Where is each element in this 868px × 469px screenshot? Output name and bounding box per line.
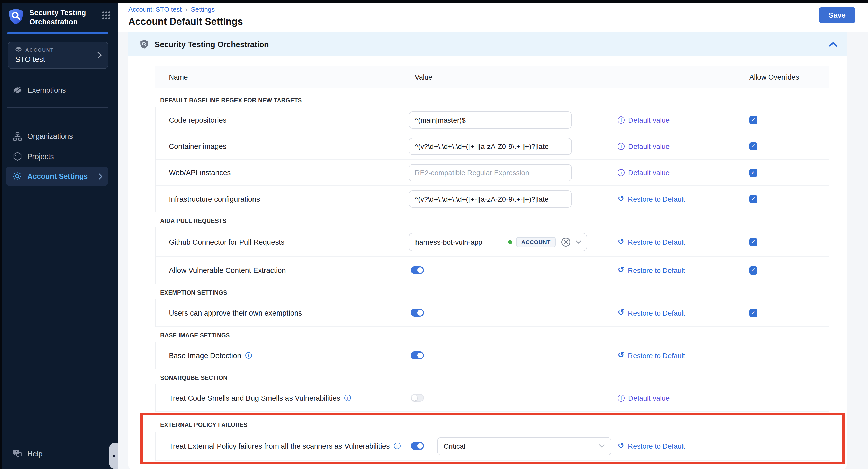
section-header-sto[interactable]: Security Testing Orchestration	[128, 32, 847, 56]
action-label: Restore to Default	[628, 351, 685, 359]
allow-overrides-checkbox[interactable]: ✓	[749, 266, 757, 274]
regex-input-code-repositories[interactable]	[409, 111, 572, 128]
setting-row-treat-external-policy-failures: Treat External Policy failures from all …	[156, 432, 830, 461]
restore-to-default-link[interactable]: ↺ Restore to Default	[618, 195, 749, 203]
sidebar: Security Testing Orchestration	[0, 0, 118, 469]
sidebar-item-exemptions[interactable]: Exemptions	[0, 80, 118, 101]
sidebar-item-label: Projects	[27, 153, 54, 161]
sidebar-item-account-settings[interactable]: Account Settings	[6, 167, 108, 186]
account-name: STO test	[15, 55, 102, 64]
toggle-treat-external-policy[interactable]	[411, 442, 424, 450]
setting-row-code-repositories: Code repositories i Default value ✓	[156, 107, 830, 133]
toggle-base-image-detection[interactable]	[411, 351, 424, 359]
chevron-right-icon	[97, 52, 102, 59]
group-label: EXTERNAL POLICY FAILURES	[155, 416, 830, 432]
sidebar-item-label: Organizations	[27, 132, 73, 140]
restore-to-default-link[interactable]: ↺ Restore to Default	[618, 309, 749, 317]
allow-overrides-checkbox[interactable]: ✓	[749, 195, 757, 203]
brand-title: Security Testing Orchestration	[29, 8, 89, 27]
severity-select[interactable]: Critical	[437, 437, 612, 455]
action-label: Restore to Default	[628, 195, 685, 203]
toggle-allow-vulnerable-content[interactable]	[411, 266, 424, 274]
info-icon[interactable]: i	[245, 352, 252, 359]
action-label: Default value	[628, 116, 670, 124]
default-value-link[interactable]: i Default value	[618, 394, 749, 402]
allow-overrides-checkbox[interactable]: ✓	[749, 168, 757, 176]
layers-icon	[15, 47, 22, 53]
restore-icon: ↺	[618, 266, 624, 274]
allow-overrides-checkbox[interactable]: ✓	[749, 142, 757, 150]
brand-underline	[7, 33, 108, 34]
action-label: Restore to Default	[628, 266, 685, 274]
toggle-users-approve-exemptions[interactable]	[411, 309, 424, 316]
help-button[interactable]: ? Help	[0, 442, 118, 469]
sidebar-collapse-handle[interactable]: ◀	[109, 443, 118, 469]
window-top-edge	[0, 0, 868, 3]
brand: Security Testing Orchestration	[0, 0, 118, 32]
default-value-link[interactable]: i Default value	[618, 142, 749, 150]
info-icon[interactable]: i	[394, 443, 400, 449]
chevron-right-icon	[98, 173, 102, 180]
sidebar-item-projects[interactable]: Projects	[0, 147, 118, 167]
sidebar-item-organizations[interactable]: Organizations	[0, 126, 118, 147]
breadcrumb: Account: STO test › Settings	[128, 6, 243, 13]
section-title: Security Testing Orchestration	[155, 40, 269, 49]
restore-to-default-link[interactable]: ↺ Restore to Default	[618, 238, 749, 246]
setting-name: Users can approve their own exemptions	[169, 309, 302, 317]
info-icon: i	[618, 394, 625, 401]
save-button[interactable]: Save	[819, 7, 855, 23]
action-label: Default value	[628, 168, 670, 176]
info-icon[interactable]: i	[344, 395, 351, 401]
account-scope-card[interactable]: ACCOUNT STO test	[8, 42, 108, 69]
regex-input-infrastructure[interactable]	[409, 190, 572, 207]
action-label: Default value	[628, 394, 670, 402]
breadcrumb-settings-link[interactable]: Settings	[191, 6, 215, 13]
github-connector-select[interactable]: harness-bot-vuln-app ACCOUNT	[409, 233, 587, 251]
setting-name: Code repositories	[169, 116, 226, 124]
setting-row-web-api-instances: Web/API instances i Default value ✓	[156, 160, 830, 186]
column-header-value: Value	[409, 73, 618, 81]
shield-section-icon	[140, 39, 149, 49]
group-label: BASE IMAGE SETTINGS	[155, 327, 830, 342]
restore-to-default-link[interactable]: ↺ Restore to Default	[618, 442, 749, 450]
gear-icon	[12, 172, 23, 181]
breadcrumb-account-link[interactable]: Account: STO test	[128, 6, 182, 13]
default-value-link[interactable]: i Default value	[618, 116, 749, 124]
collapse-arrow-icon: ◀	[112, 454, 115, 458]
regex-input-container-images[interactable]	[409, 137, 572, 155]
restore-to-default-link[interactable]: ↺ Restore to Default	[618, 351, 749, 359]
restore-to-default-link[interactable]: ↺ Restore to Default	[618, 266, 749, 274]
settings-table: Name Value Allow Overrides DEFAULT BASEL…	[155, 66, 830, 464]
chevron-up-icon[interactable]	[827, 39, 840, 49]
restore-icon: ↺	[618, 308, 624, 316]
clear-selection-icon[interactable]	[561, 237, 571, 247]
allow-overrides-checkbox[interactable]: ✓	[749, 116, 757, 124]
connector-scope-badge: ACCOUNT	[516, 237, 556, 247]
app-window: Security Testing Orchestration	[0, 0, 868, 469]
sidebar-nav: Exemptions	[0, 80, 118, 186]
setting-name: Treat External Policy failures from all …	[169, 442, 390, 450]
toggle-treat-code-smells[interactable]	[411, 394, 424, 402]
allow-overrides-checkbox[interactable]: ✓	[749, 309, 757, 317]
group-label: AIDA PULL REQUESTS	[155, 212, 830, 227]
setting-row-allow-vulnerable-content-extraction: Allow Vulnerable Content Extraction ↺ Re…	[156, 257, 830, 284]
svg-text:?: ?	[15, 450, 17, 454]
sidebar-item-label: Exemptions	[27, 86, 66, 95]
setting-name: Infrastructure configurations	[169, 195, 260, 203]
regex-input-web-api[interactable]	[409, 164, 572, 181]
chevron-down-icon[interactable]	[599, 444, 605, 448]
chevron-down-icon[interactable]	[576, 240, 582, 244]
main-area: Account: STO test › Settings Account Def…	[118, 0, 868, 469]
column-header-allow-overrides: Allow Overrides	[749, 73, 830, 81]
action-label: Restore to Default	[628, 238, 685, 246]
default-value-link[interactable]: i Default value	[618, 168, 749, 176]
setting-row-base-image-detection: Base Image Detection i ↺ Restore to Defa…	[156, 342, 830, 369]
severity-value: Critical	[444, 442, 465, 450]
group-label: EXEMPTION SETTINGS	[155, 284, 830, 299]
eye-off-icon	[12, 86, 23, 95]
info-icon: i	[618, 116, 625, 123]
info-icon: i	[618, 142, 625, 150]
allow-overrides-checkbox[interactable]: ✓	[749, 238, 757, 246]
app-grid-icon[interactable]	[102, 11, 111, 20]
window-left-edge	[0, 0, 2, 469]
